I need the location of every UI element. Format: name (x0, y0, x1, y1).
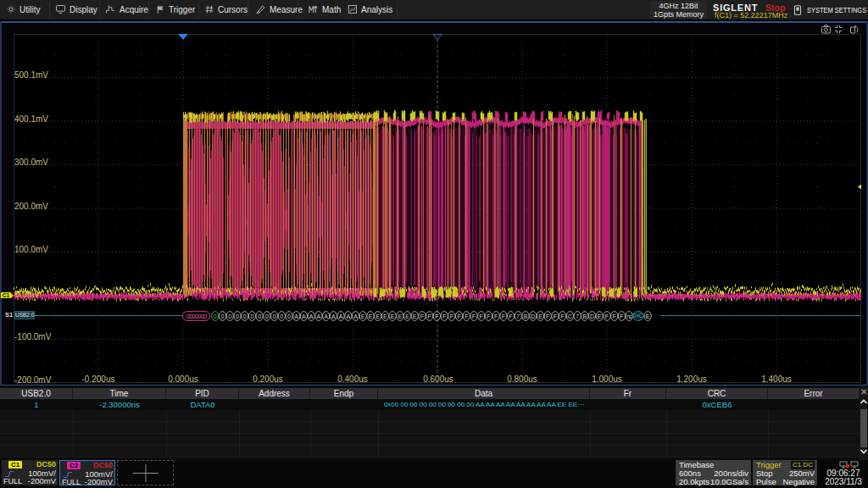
svg-text:D: D (531, 313, 535, 319)
svg-text:E: E (398, 313, 402, 319)
svg-text:F: F (620, 313, 623, 319)
svg-text:0: 0 (258, 313, 261, 319)
svg-text:0: 0 (287, 313, 291, 319)
svg-text:0: 0 (214, 313, 217, 319)
svg-text:A: A (309, 313, 314, 319)
svg-text:F: F (560, 313, 564, 319)
svg-text:7: 7 (516, 313, 520, 319)
svg-text:A: A (294, 313, 298, 319)
svg-text:0: 0 (243, 313, 247, 319)
svg-text:0: 0 (228, 313, 231, 319)
svg-text:F: F (554, 313, 557, 319)
svg-text:0: 0 (236, 313, 239, 319)
svg-text:A: A (317, 313, 321, 319)
svg-text:F: F (442, 313, 446, 319)
svg-text:0000000: 0000000 (186, 313, 207, 320)
svg-text:F: F (509, 313, 512, 319)
svg-text:F: F (428, 313, 431, 319)
svg-text:E: E (405, 313, 409, 319)
svg-text:E: E (538, 313, 542, 319)
svg-text:0: 0 (221, 313, 225, 319)
svg-text:F: F (450, 313, 453, 319)
svg-text:F: F (613, 313, 616, 319)
svg-text:F: F (546, 313, 549, 319)
svg-text:E: E (383, 313, 387, 319)
svg-text:F: F (472, 313, 476, 319)
svg-text:A: A (339, 313, 343, 319)
svg-text:A: A (346, 313, 350, 319)
svg-text:E: E (361, 313, 365, 319)
svg-text:A: A (324, 313, 328, 319)
svg-text:E: E (391, 313, 395, 319)
svg-text:F: F (435, 313, 438, 319)
svg-text:E: E (376, 313, 380, 319)
svg-text:B: B (524, 313, 528, 319)
svg-text:F: F (480, 313, 483, 319)
svg-text:F: F (465, 313, 468, 319)
svg-text:E: E (369, 313, 373, 319)
svg-text:D: D (590, 313, 594, 319)
svg-text:E: E (413, 313, 417, 319)
svg-text:F: F (494, 313, 498, 319)
svg-text:0: 0 (265, 313, 269, 319)
svg-text:F: F (420, 313, 424, 319)
svg-text:0xC: 0xC (633, 313, 643, 319)
svg-text:E: E (646, 313, 650, 319)
svg-text:B: B (582, 313, 587, 319)
svg-text:F: F (502, 313, 505, 319)
svg-text:A: A (353, 313, 358, 319)
svg-text:7E: 7E (626, 314, 632, 319)
svg-text:A: A (302, 313, 306, 319)
svg-text:0: 0 (273, 313, 276, 319)
svg-text:C: C (568, 313, 572, 319)
svg-text:0: 0 (250, 313, 253, 319)
svg-text:0: 0 (280, 313, 283, 319)
svg-text:7: 7 (576, 313, 579, 319)
svg-text:F: F (487, 313, 490, 319)
svg-text:F: F (605, 313, 609, 319)
svg-text:A: A (331, 313, 336, 319)
svg-text:F: F (457, 313, 460, 319)
svg-text:E: E (598, 313, 602, 319)
